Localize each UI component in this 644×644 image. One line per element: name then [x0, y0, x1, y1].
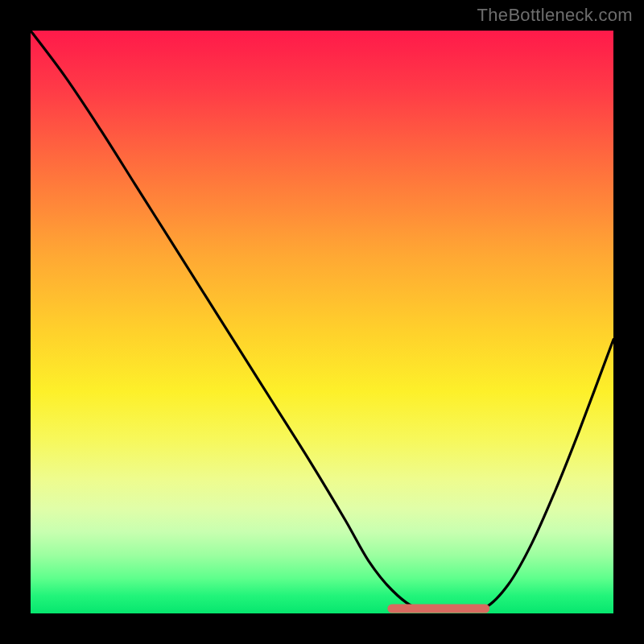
watermark-text: TheBottleneck.com: [477, 5, 633, 26]
curve-path: [31, 31, 613, 609]
plot-area: [31, 31, 613, 613]
chart-frame: TheBottleneck.com: [0, 0, 644, 644]
bottleneck-curve: [31, 31, 613, 613]
